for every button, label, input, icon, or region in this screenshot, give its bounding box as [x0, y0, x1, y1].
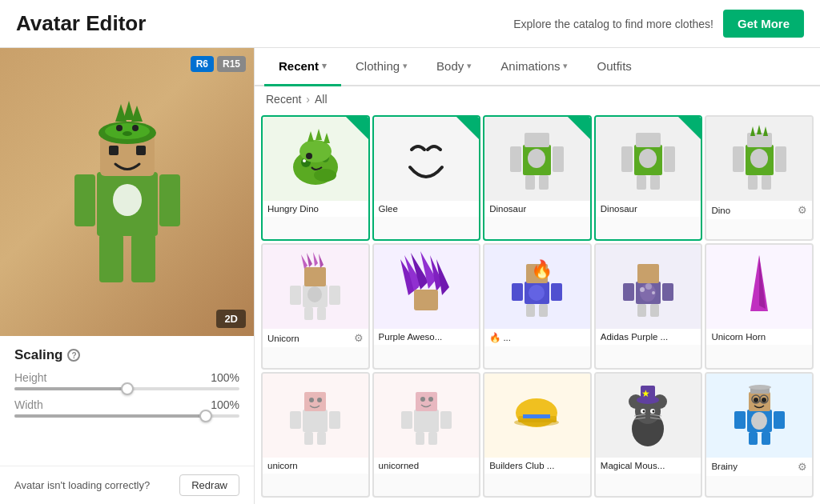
- svg-point-26: [314, 169, 336, 182]
- label-text: Brainy: [711, 462, 738, 471]
- item-unicorn[interactable]: Unicorn ⚙: [261, 243, 370, 369]
- scaling-info-icon[interactable]: ?: [67, 349, 80, 362]
- svg-text:★: ★: [641, 388, 650, 399]
- gear-icon-unicorn[interactable]: ⚙: [354, 332, 364, 344]
- item-thumb-dinosaur-1: [484, 117, 590, 201]
- svg-rect-32: [539, 175, 549, 190]
- item-thumb-mouse: ★: [596, 374, 701, 458]
- tab-outfits[interactable]: Outfits: [582, 48, 645, 86]
- svg-rect-29: [510, 146, 521, 172]
- svg-point-86: [645, 283, 652, 290]
- svg-rect-108: [523, 414, 550, 418]
- width-track[interactable]: [14, 414, 239, 418]
- item-unicorn-horn[interactable]: Unicorn Horn: [705, 243, 814, 369]
- svg-rect-5: [131, 234, 155, 282]
- svg-rect-53: [290, 286, 301, 305]
- animations-chevron: ▾: [563, 61, 568, 71]
- label-text: Magical Mous...: [601, 461, 665, 470]
- label-text: Unicorn Horn: [711, 332, 766, 342]
- svg-rect-100: [416, 432, 424, 445]
- svg-rect-92: [304, 432, 313, 445]
- label-text: Builders Club ...: [489, 461, 554, 470]
- items-grid: Hungry Dino Glee: [255, 112, 820, 504]
- item-dino[interactable]: Dino ⚙: [705, 115, 814, 241]
- r6-badge[interactable]: R6: [191, 56, 214, 72]
- svg-rect-36: [621, 146, 633, 172]
- height-thumb[interactable]: [121, 382, 134, 395]
- equipped-corner-3: [568, 117, 590, 139]
- svg-point-104: [428, 397, 433, 402]
- svg-rect-40: [636, 133, 661, 147]
- breadcrumb: Recent › All: [255, 86, 820, 112]
- gear-icon-dino[interactable]: ⚙: [798, 204, 807, 216]
- item-unicorn2[interactable]: unicorn: [261, 372, 370, 498]
- tab-recent[interactable]: Recent ▾: [264, 48, 341, 86]
- svg-marker-60: [313, 252, 318, 266]
- view-2d-badge[interactable]: 2D: [216, 310, 246, 328]
- gear-icon-brainy[interactable]: ⚙: [798, 461, 807, 473]
- svg-rect-43: [733, 146, 744, 172]
- item-brainy[interactable]: Brainy ⚙: [705, 372, 814, 498]
- item-dinosaur-1[interactable]: Dinosaur: [483, 115, 592, 241]
- width-fill: [14, 414, 206, 418]
- label-text: Glee: [379, 204, 398, 214]
- label-text: Hungry Dino: [267, 204, 319, 214]
- svg-point-137: [749, 385, 771, 390]
- equipped-corner-4: [678, 117, 701, 139]
- main-layout: R6 R15: [0, 48, 820, 504]
- svg-marker-58: [301, 254, 308, 269]
- svg-point-119: [653, 410, 655, 413]
- breadcrumb-recent[interactable]: Recent: [266, 93, 301, 106]
- item-adidas[interactable]: Adidas Purple ...: [594, 243, 703, 369]
- svg-point-75: [529, 285, 545, 301]
- svg-point-132: [762, 398, 766, 402]
- item-label-adidas: Adidas Purple ...: [596, 329, 701, 345]
- width-thumb[interactable]: [199, 410, 212, 422]
- equipped-corner-2: [456, 117, 479, 139]
- svg-rect-129: [762, 432, 770, 445]
- right-panel: Recent ▾ Clothing ▾ Body ▾ Animations ▾ …: [255, 48, 820, 504]
- svg-point-107: [514, 418, 559, 426]
- item-thumb-unicorn: [263, 245, 368, 329]
- item-mouse[interactable]: ★ Magical Mous...: [594, 372, 703, 498]
- tab-animations[interactable]: Animations ▾: [486, 48, 582, 86]
- svg-rect-97: [414, 410, 439, 432]
- redraw-button[interactable]: Redraw: [179, 474, 239, 496]
- item-label-unicorned: unicorned: [374, 458, 480, 474]
- tab-clothing[interactable]: Clothing ▾: [341, 48, 422, 86]
- item-unicorned[interactable]: unicorned: [372, 372, 481, 498]
- r15-badge[interactable]: R15: [217, 56, 246, 72]
- catalog-prompt: Explore the catalog to find more clothes…: [513, 18, 713, 30]
- item-label-dinosaur-1: Dinosaur: [484, 201, 590, 217]
- loading-text: Avatar isn't loading correctly?: [14, 479, 150, 491]
- item-builders[interactable]: Builders Club ...: [483, 372, 592, 498]
- clothing-chevron: ▾: [403, 61, 408, 71]
- svg-rect-71: [551, 283, 562, 301]
- item-label-mouse: Magical Mous...: [596, 458, 701, 474]
- svg-point-14: [116, 125, 123, 131]
- svg-rect-79: [623, 283, 634, 301]
- height-track[interactable]: [14, 387, 239, 390]
- top-bar: Avatar Editor Explore the catalog to fin…: [0, 0, 820, 48]
- svg-rect-4: [99, 234, 123, 282]
- item-purple-awesome[interactable]: Purple Aweso...: [372, 243, 481, 369]
- label-text: Purple Aweso...: [379, 332, 443, 342]
- svg-marker-50: [763, 126, 768, 136]
- svg-marker-24: [324, 133, 330, 143]
- recent-chevron: ▾: [322, 61, 327, 71]
- item-fire[interactable]: 🔥 🔥 ...: [483, 243, 592, 369]
- svg-marker-59: [307, 253, 312, 267]
- item-label-unicorn-horn: Unicorn Horn: [706, 329, 812, 345]
- svg-rect-57: [304, 267, 326, 286]
- svg-rect-126: [734, 411, 746, 429]
- label-text: Dinosaur: [601, 204, 637, 214]
- svg-rect-127: [774, 411, 785, 429]
- get-more-button[interactable]: Get More: [723, 10, 804, 38]
- item-glee[interactable]: Glee: [372, 115, 481, 241]
- tab-body[interactable]: Body ▾: [422, 48, 486, 86]
- svg-point-131: [754, 398, 758, 402]
- item-hungry-dino[interactable]: Hungry Dino: [261, 115, 370, 241]
- item-dinosaur-2[interactable]: Dinosaur: [594, 115, 703, 241]
- item-label-hungry-dino: Hungry Dino: [263, 201, 368, 217]
- breadcrumb-all[interactable]: All: [315, 93, 328, 106]
